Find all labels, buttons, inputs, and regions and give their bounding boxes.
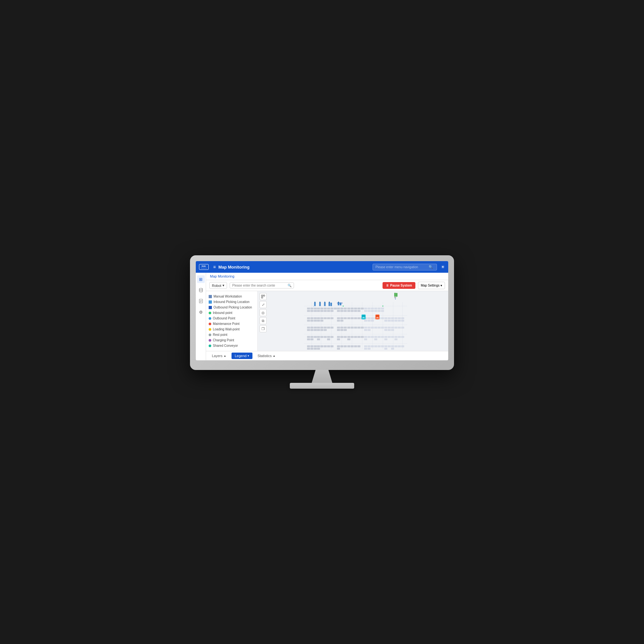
sidebar-icon-monitor[interactable]: ⊞: [197, 275, 205, 283]
svg-rect-128: [367, 327, 370, 328]
svg-rect-211: [381, 346, 384, 347]
legend-item-rest: Rest point: [209, 332, 255, 337]
svg-rect-144: [324, 329, 327, 331]
legend-label-inbound-picking: Inbound Picking Location: [213, 300, 250, 304]
logo-hai-text: HAi: [202, 265, 206, 267]
svg-rect-55: [340, 310, 343, 312]
svg-rect-50: [320, 310, 323, 312]
svg-rect-169: [364, 336, 367, 338]
svg-rect-199: [337, 346, 340, 347]
svg-rect-63: [371, 310, 374, 312]
svg-rect-25: [314, 308, 317, 309]
svg-rect-35: [347, 308, 350, 309]
tab-statistics[interactable]: Statistics ▲: [254, 353, 279, 359]
sidebar-icon-database[interactable]: [197, 286, 205, 294]
svg-rect-162: [340, 336, 343, 338]
sidebar-icon-settings[interactable]: ⚙: [197, 308, 205, 316]
svg-rect-209: [374, 346, 377, 347]
svg-rect-57: [347, 310, 350, 312]
svg-rect-138: [401, 327, 404, 328]
svg-rect-112: [310, 327, 313, 328]
svg-rect-206: [364, 346, 367, 347]
sidebar-icon-document[interactable]: [197, 297, 205, 305]
svg-rect-68: [310, 317, 313, 319]
svg-rect-65: [378, 310, 381, 312]
theme-toggle-icon[interactable]: ☀: [441, 264, 445, 270]
svg-rect-215: [394, 346, 397, 347]
svg-rect-182: [310, 338, 313, 340]
svg-rect-224: [367, 348, 370, 350]
svg-rect-230: [319, 303, 321, 306]
top-search-box[interactable]: 🔍: [373, 264, 437, 270]
top-search-input[interactable]: [375, 265, 427, 269]
svg-rect-159: [327, 336, 330, 338]
robot-filter-select[interactable]: Robot ▾: [209, 282, 227, 289]
svg-rect-208: [371, 346, 374, 347]
logo: HAi Robotics: [199, 264, 209, 270]
legend-label-maintenance: Maintenance Point: [213, 322, 240, 326]
tab-layers-arrow: ▲: [223, 354, 226, 357]
svg-rect-226: [391, 348, 394, 350]
tab-layers[interactable]: Layers ▲: [209, 353, 230, 359]
svg-rect-93: [398, 317, 401, 319]
map-ctrl-target[interactable]: ◎: [260, 309, 267, 316]
legend-label-charging: Charging Point: [213, 338, 234, 342]
svg-rect-54: [337, 310, 340, 312]
map-settings-button[interactable]: Map Settings ▾: [418, 282, 445, 289]
svg-rect-121: [344, 327, 347, 328]
svg-rect-45: [381, 308, 384, 309]
svg-rect-165: [351, 336, 354, 338]
map-ctrl-expand[interactable]: ⤢: [260, 301, 267, 308]
map-ctrl-fullscreen[interactable]: [260, 293, 267, 300]
svg-rect-164: [347, 336, 350, 338]
icon-sidebar: ⊞: [196, 273, 206, 360]
pause-icon: ⏸: [386, 284, 389, 287]
svg-rect-107: [391, 320, 394, 322]
svg-marker-231: [318, 301, 321, 303]
legend-item-loading: Loading Wait-point: [209, 327, 255, 332]
map-canvas[interactable]: ⤢ ◎ ⧉ ❐: [258, 291, 448, 351]
svg-rect-227: [314, 303, 316, 306]
svg-rect-198: [330, 346, 333, 347]
map-wrapper: Manual Workstation Inbound Picking Locat…: [206, 291, 448, 351]
svg-point-245: [395, 298, 396, 299]
tab-layers-label: Layers: [212, 354, 223, 358]
tab-legend[interactable]: Legend ▾: [232, 353, 252, 359]
top-search-icon: 🔍: [429, 265, 433, 269]
pause-system-button[interactable]: ⏸ Pause System: [383, 282, 415, 289]
logo-sub-text: Robotics: [201, 267, 207, 269]
content-area: Map Monitoring Robot ▾ 🔍 ⏸: [206, 273, 448, 360]
legend-item-outbound-picking: Outbound Picking Location: [209, 305, 255, 310]
toolbar: Robot ▾ 🔍 ⏸ Pause System Map Setting: [206, 280, 448, 291]
map-settings-arrow: ▾: [440, 284, 442, 287]
svg-rect-161: [337, 336, 340, 338]
tab-statistics-label: Statistics: [258, 354, 272, 358]
svg-rect-85: [371, 317, 374, 319]
svg-rect-163: [344, 336, 347, 338]
svg-rect-71: [320, 317, 323, 319]
svg-rect-234: [328, 303, 330, 306]
breadcrumb: Map Monitoring: [206, 273, 448, 280]
svg-rect-30: [330, 308, 333, 309]
legend-label-rest: Rest point: [213, 333, 227, 336]
map-ctrl-copy[interactable]: ❐: [260, 325, 267, 332]
svg-rect-170: [367, 336, 370, 338]
svg-rect-156: [317, 336, 320, 338]
svg-rect-58: [351, 310, 354, 312]
legend-dot-outbound: [209, 317, 211, 320]
svg-rect-140: [310, 329, 313, 331]
hamburger-icon[interactable]: ≡: [213, 264, 216, 270]
svg-rect-196: [324, 346, 327, 347]
svg-rect-62: [367, 310, 370, 312]
legend-label-outbound-picking: Outbound Picking Location: [213, 306, 252, 309]
svg-rect-191: [307, 346, 310, 347]
legend-label-conveyor: Shared Conveyor: [213, 344, 238, 347]
svg-rect-205: [357, 346, 360, 347]
svg-rect-175: [384, 336, 387, 338]
toolbar-search-input[interactable]: [232, 284, 288, 287]
svg-rect-74: [330, 317, 333, 319]
svg-rect-142: [317, 329, 320, 331]
svg-rect-200: [340, 346, 343, 347]
toolbar-search-box[interactable]: 🔍: [230, 282, 294, 289]
map-ctrl-layer[interactable]: ⧉: [260, 317, 267, 324]
